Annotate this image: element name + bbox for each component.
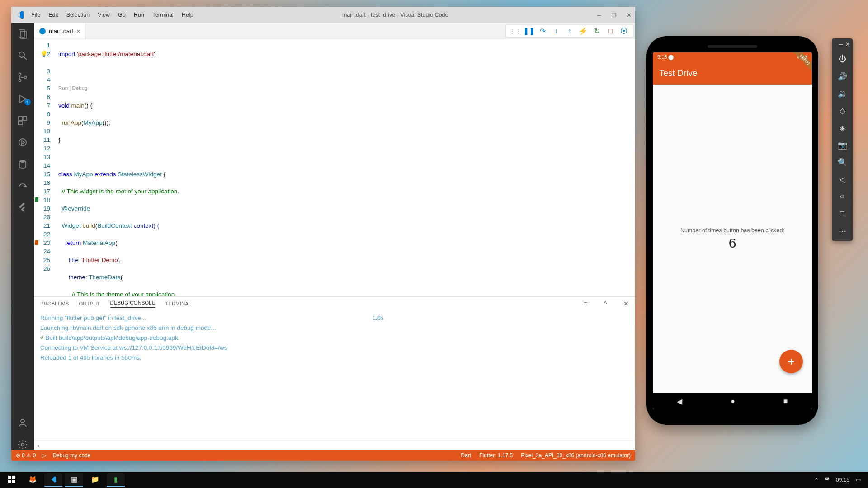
- emu-rotate-right-icon[interactable]: ◈: [837, 122, 848, 133]
- fab-add-button[interactable]: +: [779, 350, 803, 373]
- menu-run[interactable]: Run: [134, 12, 144, 18]
- vscode-window: File Edit Selection View Go Run Terminal…: [11, 7, 635, 461]
- status-bar: ⊘ 0 ⚠ 0 ▷ Debug my code Dart Flutter: 1.…: [11, 450, 635, 461]
- filter-icon[interactable]: ≡: [584, 300, 587, 307]
- drag-handle-icon[interactable]: ⋮⋮: [511, 27, 520, 36]
- menu-selection[interactable]: Selection: [66, 12, 90, 18]
- status-run-icon[interactable]: ▷: [42, 452, 46, 459]
- editor-area: main.dart × ⋮⋮ ❚❚ ↷ ↓ ↑ ⚡ ↻ □ ⦿: [34, 23, 635, 450]
- code-lines[interactable]: import 'package:flutter/material.dart'; …: [57, 39, 635, 296]
- vscode-logo-icon: [15, 10, 25, 20]
- code-editor[interactable]: 1 💡2 3 4 5 6 7 8 9 10 11 12 13 14 15 1: [34, 39, 635, 296]
- tab-label: main.dart: [49, 28, 73, 34]
- debug-console[interactable]: Running "flutter pub get" in test_drive.…: [34, 310, 635, 440]
- emu-power-icon[interactable]: ⏻: [837, 54, 848, 65]
- emu-close-icon[interactable]: ✕: [845, 41, 850, 47]
- modified-glyph: [35, 240, 38, 245]
- step-into-icon[interactable]: ↓: [552, 27, 561, 36]
- nav-home-icon[interactable]: ●: [731, 397, 735, 405]
- taskbar-app-icon[interactable]: ▮: [107, 473, 125, 487]
- activity-bar: 1: [11, 23, 34, 450]
- pause-icon[interactable]: ❚❚: [524, 27, 533, 36]
- tab-output[interactable]: OUTPUT: [79, 301, 100, 306]
- minimize-button[interactable]: ─: [597, 12, 601, 19]
- maximize-button[interactable]: ☐: [611, 12, 617, 19]
- menu-edit[interactable]: Edit: [48, 12, 58, 18]
- status-debug-label[interactable]: Debug my code: [52, 452, 90, 459]
- phone-screen[interactable]: 9:15 ⬤ ▾◢ ▮ DEBUG Test Drive Number of t…: [653, 52, 812, 409]
- svg-point-5: [19, 80, 21, 82]
- db-icon[interactable]: [17, 159, 28, 169]
- codelens-run-debug[interactable]: Run | Debug: [57, 84, 635, 93]
- tray-wifi-icon[interactable]: ◚: [824, 477, 830, 483]
- step-over-icon[interactable]: ↷: [538, 27, 547, 36]
- status-device[interactable]: Pixel_3a_API_30_x86 (android-x86 emulato…: [521, 452, 631, 459]
- tab-debug-console[interactable]: DEBUG CONSOLE: [110, 300, 156, 308]
- tab-problems[interactable]: PROBLEMS: [40, 301, 69, 306]
- taskbar-terminal-icon[interactable]: ▣: [65, 473, 83, 487]
- close-button[interactable]: ✕: [627, 12, 632, 19]
- window-title: main.dart - test_drive - Visual Studio C…: [193, 12, 597, 18]
- phone-clock: 9:15 ⬤: [657, 54, 674, 60]
- emu-volume-down-icon[interactable]: 🔉: [837, 88, 848, 99]
- panel-tabs: PROBLEMS OUTPUT DEBUG CONSOLE TERMINAL ≡…: [34, 297, 635, 310]
- step-out-icon[interactable]: ↑: [565, 27, 574, 36]
- svg-point-4: [19, 73, 21, 75]
- status-dart[interactable]: Dart: [461, 452, 471, 459]
- tray-chevron-icon[interactable]: ^: [815, 477, 818, 483]
- debug-toolbar: ⋮⋮ ❚❚ ↷ ↓ ↑ ⚡ ↻ □ ⦿: [506, 25, 633, 37]
- console-input[interactable]: ›: [34, 440, 635, 450]
- explorer-icon[interactable]: [17, 28, 28, 39]
- android-nav-bar: ◀ ● ■: [653, 393, 812, 409]
- emu-zoom-icon[interactable]: 🔍: [837, 157, 848, 168]
- emu-back-icon[interactable]: ◁: [837, 174, 848, 185]
- debug-ribbon: DEBUG: [785, 52, 812, 80]
- nav-back-icon[interactable]: ◀: [677, 397, 682, 406]
- flutter-icon[interactable]: [17, 202, 28, 213]
- stop-icon[interactable]: □: [606, 27, 615, 36]
- account-icon[interactable]: [17, 418, 28, 428]
- menu-file[interactable]: File: [31, 12, 40, 18]
- emulator-phone: 9:15 ⬤ ▾◢ ▮ DEBUG Test Drive Number of t…: [646, 36, 818, 425]
- extensions-icon[interactable]: [17, 115, 28, 126]
- widget-inspector-icon[interactable]: ⦿: [619, 27, 628, 36]
- lightbulb-icon[interactable]: 💡: [40, 50, 48, 58]
- emu-overview-icon[interactable]: □: [837, 208, 848, 219]
- panel-collapse-icon[interactable]: ^: [604, 300, 607, 307]
- emu-minimize-icon[interactable]: ─: [839, 41, 843, 47]
- panel-close-icon[interactable]: ✕: [623, 300, 629, 307]
- status-flutter[interactable]: Flutter: 1.17.5: [479, 452, 513, 459]
- hot-reload-icon[interactable]: ⚡: [579, 27, 588, 36]
- emu-camera-icon[interactable]: 📷: [837, 140, 848, 150]
- taskbar-start-icon[interactable]: [3, 473, 21, 487]
- emu-rotate-left-icon[interactable]: ◇: [837, 105, 848, 116]
- tab-main-dart[interactable]: main.dart ×: [34, 23, 86, 39]
- menu-view[interactable]: View: [98, 12, 110, 18]
- test-icon[interactable]: [17, 137, 28, 148]
- menu-go[interactable]: Go: [118, 12, 126, 18]
- tab-terminal[interactable]: TERMINAL: [165, 301, 191, 306]
- svg-rect-19: [12, 480, 15, 483]
- tray-clock[interactable]: 09:15: [836, 477, 849, 483]
- taskbar-vscode-icon[interactable]: [44, 473, 62, 487]
- titlebar: File Edit Selection View Go Run Terminal…: [11, 7, 635, 23]
- search-icon[interactable]: [17, 50, 28, 61]
- svg-rect-10: [19, 121, 22, 125]
- share-icon[interactable]: [17, 180, 28, 191]
- menu-help[interactable]: Help: [182, 12, 193, 18]
- svg-rect-8: [19, 117, 22, 120]
- taskbar-firefox-icon[interactable]: 🦊: [24, 473, 42, 487]
- source-control-icon[interactable]: [17, 72, 28, 83]
- emu-home-icon[interactable]: ○: [837, 191, 848, 202]
- restart-icon[interactable]: ↻: [592, 27, 601, 36]
- settings-gear-icon[interactable]: [17, 439, 28, 450]
- emu-volume-up-icon[interactable]: 🔊: [837, 71, 848, 82]
- nav-recent-icon[interactable]: ■: [783, 397, 788, 405]
- run-debug-icon[interactable]: 1: [17, 94, 28, 104]
- tray-notifications-icon[interactable]: ▭: [856, 477, 861, 483]
- emu-more-icon[interactable]: ⋯: [837, 225, 848, 236]
- menu-terminal[interactable]: Terminal: [152, 12, 174, 18]
- taskbar-explorer-icon[interactable]: 📁: [86, 473, 104, 487]
- status-errors[interactable]: ⊘ 0 ⚠ 0: [16, 452, 36, 459]
- tab-close-icon[interactable]: ×: [76, 28, 80, 35]
